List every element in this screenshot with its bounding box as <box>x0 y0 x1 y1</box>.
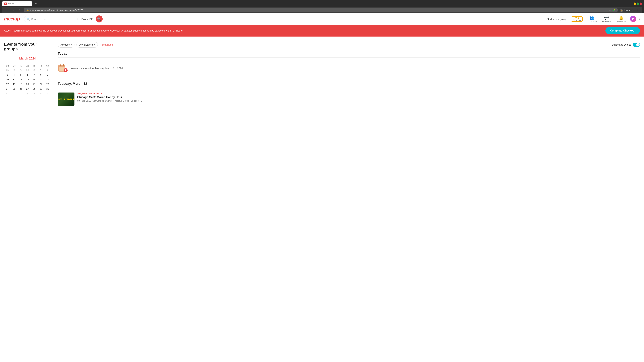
calendar-day[interactable]: 28 <box>31 86 38 91</box>
distance-filter-label: Any distance <box>79 43 93 46</box>
calendar-day[interactable]: 7 <box>31 72 38 77</box>
calendar-day[interactable]: 2 <box>44 68 51 72</box>
calendar-day[interactable]: 21 <box>31 82 38 86</box>
messages-label: Messages <box>602 20 611 22</box>
calendar-day[interactable]: 27 <box>18 68 24 72</box>
connections-nav-item[interactable]: 👥 Connections <box>585 15 598 23</box>
calendar-day[interactable]: 24 <box>4 86 11 91</box>
type-filter-label: Any type <box>60 43 70 46</box>
calendar-day[interactable]: 11 <box>11 77 18 82</box>
weekday-mo: Mo <box>11 64 18 68</box>
calendar-day[interactable]: 4 <box>31 91 38 96</box>
calendar-day[interactable]: 26 <box>18 86 24 91</box>
calendar-day[interactable]: 16 <box>44 77 51 82</box>
tuesday-section: Tuesday, March 12 NEW LINE TAVERN TUE, M… <box>58 82 640 109</box>
search-button[interactable]: 🔍 <box>96 15 103 22</box>
suggested-events-toggle[interactable]: Suggested Events ✓ <box>612 43 640 47</box>
calendar-day[interactable]: 12 <box>18 77 24 82</box>
calendar-day[interactable]: 28 <box>24 68 31 72</box>
calendar-day[interactable]: 25 <box>11 86 18 91</box>
calendar-day[interactable]: 5 <box>38 91 44 96</box>
calendar-day[interactable]: 26 <box>11 68 18 72</box>
back-button[interactable]: ← <box>4 8 9 12</box>
calendar-day[interactable]: 1 <box>38 68 44 72</box>
start-group-button[interactable]: Start a new group <box>544 16 568 22</box>
calendar-prev-button[interactable]: ‹ <box>4 56 8 61</box>
calendar-day[interactable]: 29 <box>38 86 44 91</box>
calendar-day[interactable]: 17 <box>4 82 11 86</box>
event-group: Chicago SaaS (Software as a Service) Mee… <box>77 99 640 102</box>
type-filter-dropdown[interactable]: Any type ▾ <box>58 42 74 48</box>
lock-icon: 🔒 <box>26 9 29 11</box>
location-text[interactable]: Dover, DE <box>82 17 93 20</box>
browser-tab[interactable]: m Home ✕ <box>2 1 32 6</box>
profile-dropdown-icon[interactable]: ▾ <box>639 17 640 20</box>
connections-icon: 👥 <box>590 15 594 20</box>
calendar-day[interactable]: 15 <box>38 77 44 82</box>
suggested-toggle-switch[interactable]: ✓ <box>632 43 640 47</box>
event-title[interactable]: Chicago SaaS March Happy Hour <box>77 95 640 99</box>
calendar-body: 2526272829123456789101112131415161718192… <box>4 68 51 96</box>
no-matches-calendar-icon <box>58 63 68 73</box>
forward-button[interactable]: → <box>11 8 16 12</box>
calendar-day[interactable]: 1 <box>11 91 18 96</box>
reset-filters-button[interactable]: Reset filters <box>100 42 114 47</box>
calendar-day[interactable]: 9 <box>44 72 51 77</box>
complete-checkout-button[interactable]: Complete Checkout <box>606 27 640 34</box>
calendar-week-row: 24252627282930 <box>4 86 51 91</box>
calendar-day[interactable]: 29 <box>31 68 38 72</box>
calendar-day[interactable]: 19 <box>18 82 24 86</box>
distance-filter-dropdown[interactable]: Any distance ▾ <box>76 42 98 48</box>
tuesday-label: Tuesday, March 12 <box>58 82 640 88</box>
calendar-day[interactable]: 22 <box>38 82 44 86</box>
calendar-day[interactable]: 13 <box>24 77 31 82</box>
calendar-day[interactable]: 5 <box>18 72 24 77</box>
event-card[interactable]: NEW LINE TAVERN TUE, MAR 12 · 6:30 AM CS… <box>58 90 640 109</box>
calendar-day[interactable]: 6 <box>24 72 31 77</box>
extensions-icon[interactable]: 🧩 <box>612 9 615 11</box>
calendar-next-button[interactable]: › <box>47 56 51 61</box>
calendar-day[interactable]: 14 <box>31 77 38 82</box>
meetup-logo[interactable]: meetup <box>4 16 20 22</box>
action-banner: Action Required: Please complete the che… <box>0 25 644 36</box>
calendar-day[interactable]: 3 <box>24 91 31 96</box>
calendar-day[interactable]: 31 <box>4 91 11 96</box>
maximize-button[interactable] <box>636 2 639 5</box>
window-controls <box>634 2 642 5</box>
calendar-day[interactable]: 2 <box>18 91 24 96</box>
incognito-icon: 🕵 <box>620 8 623 12</box>
calendar-day[interactable]: 10 <box>4 77 11 82</box>
calendar-day[interactable]: 8 <box>38 72 44 77</box>
calendar-day[interactable]: 4 <box>11 72 18 77</box>
minimize-button[interactable] <box>634 2 636 5</box>
new-tab-button[interactable]: + <box>34 1 38 6</box>
calendar-day[interactable]: 6 <box>44 91 51 96</box>
type-filter-chevron-icon: ▾ <box>70 43 72 46</box>
filters-row: Any type ▾ Any distance ▾ Reset filters … <box>58 42 640 48</box>
tab-close-button[interactable]: ✕ <box>28 3 30 5</box>
avatar[interactable]: M <box>630 16 636 22</box>
pro-badge[interactable]: PRO Try for free <box>571 16 582 22</box>
close-button[interactable] <box>640 2 642 5</box>
reload-button[interactable]: ↻ <box>18 8 22 12</box>
checkout-link[interactable]: complete the checkout process <box>32 29 66 32</box>
search-placeholder: Search events <box>31 17 48 20</box>
page: meetup 🔍 Search events Dover, DE 🔍 Start… <box>0 13 644 131</box>
today-section: Today No matches found for Monday, March… <box>58 52 640 76</box>
search-bar[interactable]: 🔍 Search events <box>24 16 78 22</box>
messages-nav-item[interactable]: 💬 Messages <box>601 15 612 23</box>
calendar-day[interactable]: 25 <box>4 68 11 72</box>
calendar-day[interactable]: 23 <box>44 82 51 86</box>
suggested-events-label: Suggested Events <box>612 43 631 46</box>
url-input[interactable]: 🔒 meetup.com/home/?suggested=true&source… <box>24 8 618 12</box>
calendar-day[interactable]: 3 <box>4 72 11 77</box>
incognito-badge: 🕵 Incognito <box>620 8 633 12</box>
browser-menu-button[interactable]: ⋮ <box>635 8 640 12</box>
notifications-nav-item[interactable]: 🔔 Notifications <box>615 15 628 23</box>
bookmark-icon[interactable]: ☆ <box>609 9 611 11</box>
calendar-day[interactable]: 20 <box>24 82 31 86</box>
calendar-day[interactable]: 30 <box>44 86 51 91</box>
calendar-day[interactable]: 27 <box>24 86 31 91</box>
calendar-day[interactable]: 18 <box>11 82 18 86</box>
calendar-week-row: 31123456 <box>4 91 51 96</box>
